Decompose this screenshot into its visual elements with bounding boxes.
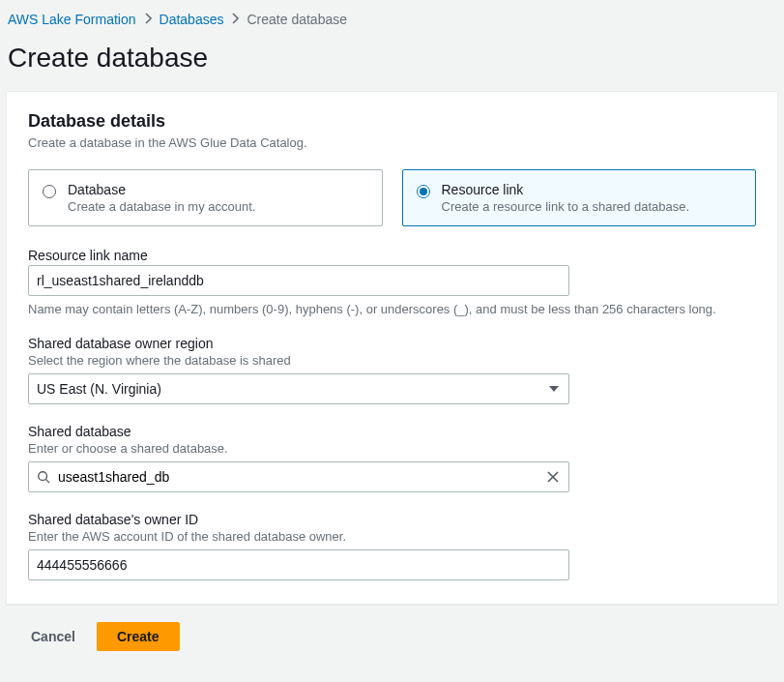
hint-resource-link-name: Name may contain letters (A-Z), numbers … [28,302,756,316]
select-owner-region[interactable]: US East (N. Virginia) [28,373,569,404]
option-resource-link-label: Resource link [442,182,690,197]
breadcrumb-root[interactable]: AWS Lake Formation [8,12,136,27]
option-database-desc: Create a database in my account. [68,199,255,214]
panel-title: Database details [28,111,756,132]
select-owner-region-value: US East (N. Virginia) [37,381,161,397]
label-shared-database: Shared database [28,424,756,439]
svg-line-1 [46,480,50,484]
option-database-label: Database [68,182,255,197]
search-icon [37,470,50,484]
svg-point-0 [39,472,47,481]
radio-icon [417,185,430,198]
panel-subtitle: Create a database in the AWS Glue Data C… [28,135,756,150]
label-owner-region: Shared database owner region [28,336,756,351]
radio-icon [43,185,56,198]
cancel-button[interactable]: Cancel [27,623,79,650]
field-resource-link-name: Resource link name Name may contain lett… [28,248,756,316]
field-owner-region: Shared database owner region Select the … [28,336,756,404]
search-shared-database[interactable] [28,461,569,492]
input-resource-link-name[interactable] [28,265,569,296]
create-button[interactable]: Create [97,622,180,651]
option-resource-link[interactable]: Resource link Create a resource link to … [402,169,757,226]
input-shared-database[interactable] [58,462,537,491]
field-shared-database: Shared database Enter or choose a shared… [28,424,756,492]
db-type-radio-group: Database Create a database in my account… [28,169,756,226]
option-database[interactable]: Database Create a database in my account… [28,169,383,226]
database-details-panel: Database details Create a database in th… [6,91,778,605]
option-resource-link-desc: Create a resource link to a shared datab… [442,199,690,214]
page-title: Create database [0,39,784,91]
chevron-right-icon [144,12,152,27]
breadcrumb-databases[interactable]: Databases [160,12,224,27]
chevron-right-icon [231,12,239,27]
form-actions: Cancel Create [0,605,784,668]
close-icon[interactable] [545,469,561,485]
hint-owner-id: Enter the AWS account ID of the shared d… [28,529,756,544]
field-owner-id: Shared database's owner ID Enter the AWS… [28,512,756,580]
label-owner-id: Shared database's owner ID [28,512,756,527]
input-owner-id[interactable] [28,549,569,580]
caret-down-icon [549,386,559,392]
label-resource-link-name: Resource link name [28,248,756,263]
hint-owner-region: Select the region where the database is … [28,353,756,368]
breadcrumb: AWS Lake Formation Databases Create data… [0,0,784,39]
breadcrumb-current: Create database [247,12,347,27]
hint-shared-database: Enter or choose a shared database. [28,441,756,456]
